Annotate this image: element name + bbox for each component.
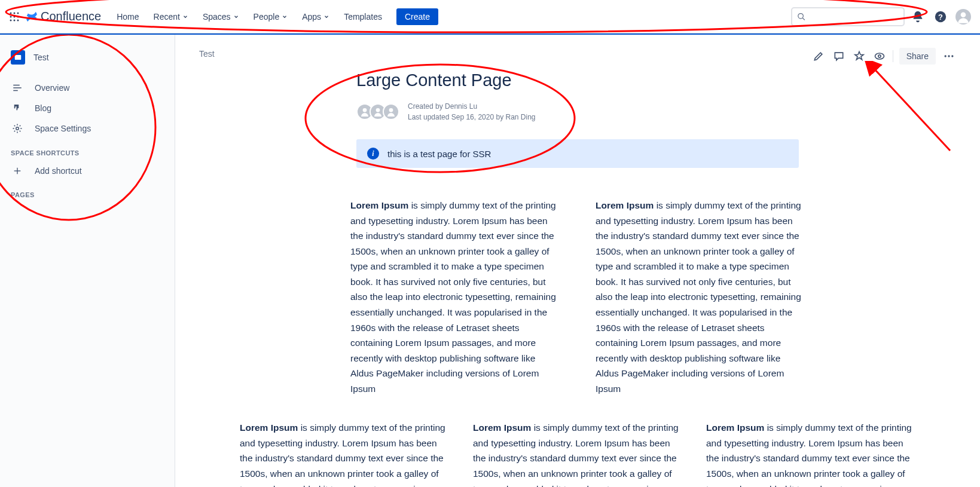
sidebar-item-space-settings[interactable]: Space Settings bbox=[5, 118, 170, 139]
sidebar-heading-pages: PAGES bbox=[5, 180, 170, 203]
sidebar-add-shortcut[interactable]: Add shortcut bbox=[5, 161, 170, 180]
two-column-section: Lorem Ipsum is simply dummy text of the … bbox=[309, 198, 847, 396]
svg-point-29 bbox=[363, 108, 367, 112]
sidebar: Test Overview Blog Space Settings SPACE … bbox=[0, 35, 175, 487]
svg-point-1 bbox=[14, 12, 16, 14]
page-title: Large Content Page bbox=[356, 71, 799, 90]
svg-point-27 bbox=[948, 55, 950, 57]
nav-item-label: Spaces bbox=[203, 12, 231, 22]
sidebar-item-overview[interactable]: Overview bbox=[5, 78, 170, 98]
sidebar-item-label: Space Settings bbox=[35, 124, 91, 133]
space-icon bbox=[11, 50, 25, 65]
more-icon[interactable] bbox=[942, 49, 956, 63]
app-switcher-icon[interactable] bbox=[7, 10, 22, 24]
byline: Created by Dennis Lu Last updated Sep 16… bbox=[356, 101, 799, 122]
nav-items: HomeRecentSpacesPeopleAppsTemplates bbox=[111, 8, 388, 25]
blog-icon bbox=[11, 103, 24, 114]
svg-point-6 bbox=[10, 19, 12, 21]
sidebar-heading-shortcuts: SPACE SHORTCUTS bbox=[5, 139, 170, 161]
create-button[interactable]: Create bbox=[396, 8, 438, 25]
avatar[interactable] bbox=[383, 103, 399, 120]
svg-point-20 bbox=[16, 127, 19, 130]
top-nav: Confluence HomeRecentSpacesPeopleAppsTem… bbox=[0, 0, 980, 33]
lorem-paragraph: Lorem Ipsum is simply dummy text of the … bbox=[473, 420, 682, 487]
sidebar-item-label: Blog bbox=[35, 103, 51, 113]
svg-point-28 bbox=[951, 55, 953, 57]
confluence-logo-icon bbox=[25, 10, 38, 23]
main-content: Test Share Large Content Page bbox=[175, 35, 980, 487]
svg-point-30 bbox=[376, 108, 380, 112]
nav-item-spaces[interactable]: Spaces bbox=[197, 8, 245, 25]
svg-line-33 bbox=[874, 68, 950, 151]
svg-point-0 bbox=[10, 12, 12, 14]
overview-icon bbox=[11, 82, 24, 93]
nav-item-label: Templates bbox=[344, 12, 382, 22]
svg-line-10 bbox=[802, 17, 805, 20]
lorem-paragraph: Lorem Ipsum is simply dummy text of the … bbox=[350, 198, 560, 396]
help-icon[interactable]: ? bbox=[931, 7, 950, 26]
svg-rect-16 bbox=[15, 55, 22, 60]
search-box[interactable] bbox=[791, 7, 905, 26]
chevron-down-icon bbox=[282, 14, 288, 20]
lorem-paragraph: Lorem Ipsum is simply dummy text of the … bbox=[706, 420, 915, 487]
nav-item-home[interactable]: Home bbox=[111, 8, 145, 25]
share-button[interactable]: Share bbox=[899, 48, 936, 65]
divider bbox=[893, 50, 893, 62]
info-icon: i bbox=[367, 148, 379, 160]
space-name: Test bbox=[33, 53, 49, 62]
search-icon bbox=[797, 12, 806, 22]
svg-text:?: ? bbox=[938, 12, 943, 21]
nav-item-recent[interactable]: Recent bbox=[148, 8, 194, 25]
three-column-section: Lorem Ipsum is simply dummy text of the … bbox=[240, 420, 915, 487]
sidebar-item-blog[interactable]: Blog bbox=[5, 98, 170, 118]
space-header[interactable]: Test bbox=[5, 47, 170, 68]
last-updated: Last updated Sep 16, 2020 by Ran Ding bbox=[408, 112, 536, 122]
svg-point-3 bbox=[10, 16, 12, 17]
nav-item-label: Apps bbox=[302, 12, 321, 22]
nav-item-people[interactable]: People bbox=[248, 8, 294, 25]
nav-item-label: Home bbox=[117, 12, 139, 22]
nav-item-label: Recent bbox=[154, 12, 180, 22]
edit-icon[interactable] bbox=[811, 49, 826, 63]
svg-point-24 bbox=[875, 53, 884, 59]
star-icon[interactable] bbox=[852, 49, 866, 63]
watch-icon[interactable] bbox=[872, 49, 887, 63]
svg-point-7 bbox=[14, 19, 16, 21]
info-panel-text: this is a test page for SSR bbox=[387, 149, 491, 159]
svg-point-8 bbox=[17, 19, 19, 21]
svg-point-4 bbox=[14, 16, 16, 17]
notifications-icon[interactable] bbox=[908, 7, 927, 26]
svg-point-2 bbox=[17, 12, 19, 14]
page-actions: Share bbox=[811, 48, 956, 65]
search-input[interactable] bbox=[806, 12, 899, 22]
svg-point-9 bbox=[798, 13, 804, 19]
created-by: Created by Dennis Lu bbox=[408, 101, 536, 112]
lorem-paragraph: Lorem Ipsum is simply dummy text of the … bbox=[596, 198, 805, 396]
annotation-arrow-edit bbox=[860, 61, 956, 157]
lorem-paragraph: Lorem Ipsum is simply dummy text of the … bbox=[240, 420, 449, 487]
gear-icon bbox=[11, 123, 24, 134]
chevron-down-icon bbox=[182, 14, 188, 20]
chevron-down-icon bbox=[233, 14, 239, 20]
sidebar-item-label: Overview bbox=[35, 83, 69, 93]
plus-icon bbox=[11, 166, 24, 176]
comment-icon[interactable] bbox=[832, 49, 846, 63]
confluence-logo[interactable]: Confluence bbox=[25, 10, 101, 23]
product-name: Confluence bbox=[41, 10, 101, 23]
nav-item-label: People bbox=[254, 12, 280, 22]
svg-point-14 bbox=[961, 12, 966, 17]
chevron-down-icon bbox=[323, 14, 329, 20]
sidebar-item-label: Add shortcut bbox=[35, 166, 82, 176]
svg-point-5 bbox=[17, 16, 19, 17]
svg-point-31 bbox=[389, 108, 393, 112]
svg-point-25 bbox=[878, 55, 881, 57]
nav-item-apps[interactable]: Apps bbox=[296, 8, 335, 25]
contributor-avatars[interactable] bbox=[356, 103, 399, 120]
nav-item-templates[interactable]: Templates bbox=[338, 8, 388, 25]
info-panel: i this is a test page for SSR bbox=[356, 139, 799, 168]
svg-point-26 bbox=[945, 55, 947, 57]
profile-avatar-icon[interactable] bbox=[954, 7, 973, 26]
